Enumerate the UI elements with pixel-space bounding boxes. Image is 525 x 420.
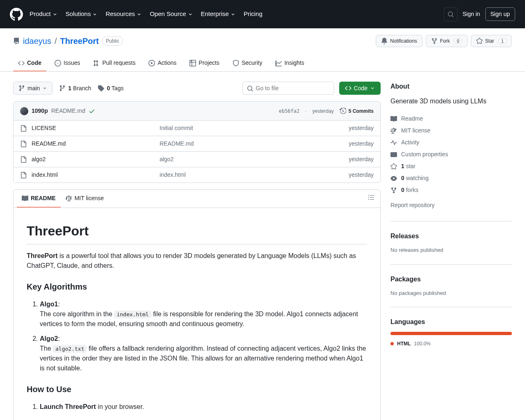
file-commit-link[interactable]: index.html <box>160 171 186 178</box>
tab-actions[interactable]: Actions <box>144 55 181 71</box>
file-icon <box>20 172 27 178</box>
file-name-link[interactable]: algo2 <box>32 155 46 164</box>
file-commit-link[interactable]: algo2 <box>160 156 173 162</box>
search-button[interactable] <box>444 7 458 21</box>
list-item: Launch ThreePort in your browser. <box>40 402 367 412</box>
file-time: yesterday <box>349 171 374 179</box>
commit-time: yesterday <box>313 107 334 115</box>
tab-issues[interactable]: Issues <box>50 55 85 71</box>
tab-projects[interactable]: Projects <box>185 55 224 71</box>
list-item: Algo2:The algo2.txt file offers a fallba… <box>40 334 367 373</box>
forks-link[interactable]: 0 forks <box>390 184 512 196</box>
fork-icon <box>431 38 438 44</box>
book-icon <box>390 116 397 122</box>
table-icon <box>189 60 196 66</box>
branches-link[interactable]: 1 Branch <box>59 84 91 93</box>
about-title: About <box>390 82 512 91</box>
sign-in-link[interactable]: Sign in <box>463 10 480 18</box>
github-logo-icon[interactable] <box>10 8 23 21</box>
fork-button[interactable]: Fork0 <box>426 35 468 47</box>
star-count: 1 <box>498 38 507 44</box>
issue-icon <box>55 60 61 66</box>
avatar[interactable] <box>20 107 28 115</box>
languages-title: Languages <box>390 317 512 327</box>
code-download-button[interactable]: Code <box>339 82 381 95</box>
shield-icon <box>233 60 239 66</box>
owner-link[interactable]: idaeyus <box>23 35 51 47</box>
tab-pull-requests[interactable]: Pull requests <box>88 55 140 71</box>
languages-section: Languages HTML100.0% <box>390 317 512 357</box>
releases-title[interactable]: Releases <box>390 231 512 241</box>
check-icon[interactable] <box>89 108 95 114</box>
readme-tab[interactable]: README <box>17 190 61 208</box>
license-link[interactable]: MIT license <box>390 125 512 137</box>
repo-name-link[interactable]: ThreePort <box>60 35 99 47</box>
notifications-button[interactable]: Notifications <box>376 35 422 47</box>
file-name-link[interactable]: index.html <box>32 171 58 179</box>
packages-title[interactable]: Packages <box>390 274 512 284</box>
sign-up-button[interactable]: Sign up <box>485 7 515 21</box>
tab-insights[interactable]: Insights <box>270 55 309 71</box>
about-description: Generate 3D models using LLMs <box>390 96 512 106</box>
file-list-box: 1090p README.md eb56fa2· yesterday 5 Com… <box>13 101 381 183</box>
readme-link[interactable]: Readme <box>390 113 512 125</box>
graph-icon <box>275 60 282 66</box>
file-time: yesterday <box>349 155 374 164</box>
language-bar[interactable] <box>390 332 512 335</box>
tags-link[interactable]: 0 Tags <box>98 84 123 93</box>
visibility-badge: Public <box>102 37 123 46</box>
repo-title: idaeyus / ThreePort Public <box>13 35 123 47</box>
nav-pricing[interactable]: Pricing <box>244 9 262 19</box>
commit-author-link[interactable]: 1090p <box>32 107 48 115</box>
license-tab[interactable]: MIT license <box>61 190 109 208</box>
readme-h3-howto: How to Use <box>27 383 367 395</box>
star-icon <box>390 163 397 170</box>
nav-solutions[interactable]: Solutions <box>66 9 98 19</box>
file-name-link[interactable]: LICENSE <box>32 124 56 132</box>
goto-file-input[interactable] <box>242 82 334 95</box>
fork-count: 0 <box>454 38 462 44</box>
file-icon <box>20 141 27 147</box>
outline-button[interactable] <box>365 192 377 206</box>
nav-product[interactable]: Product <box>30 9 57 19</box>
file-commit-link[interactable]: README.md <box>160 140 194 147</box>
search-icon <box>447 11 454 18</box>
file-row: index.htmlindex.htmlyesterday <box>14 167 380 183</box>
star-button[interactable]: Star1 <box>471 35 512 47</box>
file-commit-link[interactable]: Initial commit <box>160 125 193 131</box>
report-link[interactable]: Report repository <box>390 199 512 211</box>
branch-select-button[interactable]: main <box>13 82 52 95</box>
global-nav: Product Solutions Resources Open Source … <box>30 9 262 19</box>
repo-header: idaeyus / ThreePort Public Notifications… <box>0 28 525 72</box>
activity-link[interactable]: Activity <box>390 137 512 148</box>
branch-icon <box>18 85 25 91</box>
tab-security[interactable]: Security <box>228 55 267 71</box>
path-separator: / <box>55 35 57 47</box>
releases-section: Releases No releases published <box>390 231 512 265</box>
commit-message-link[interactable]: README.md <box>51 107 85 115</box>
readme-h1: ThreePort <box>27 221 367 244</box>
chevron-down-icon <box>92 12 97 17</box>
star-icon <box>476 38 483 44</box>
file-name-link[interactable]: README.md <box>32 139 66 148</box>
nav-enterprise[interactable]: Enterprise <box>201 9 235 19</box>
packages-empty: No packages published <box>390 289 512 297</box>
readme-content: ThreePort ThreePort is a powerful tool t… <box>14 208 380 420</box>
code-icon <box>345 85 352 91</box>
search-icon <box>247 85 253 92</box>
releases-empty: No releases published <box>390 246 512 254</box>
tab-code[interactable]: Code <box>13 55 46 71</box>
commits-link[interactable]: 5 Commits <box>340 107 374 115</box>
language-item[interactable]: HTML100.0% <box>390 340 512 347</box>
nav-resources[interactable]: Resources <box>105 9 142 19</box>
list-item: Algo1:The core algorithm in the index.ht… <box>40 299 367 329</box>
custom-properties-link[interactable]: Custom properties <box>390 148 512 160</box>
file-row: README.mdREADME.mdyesterday <box>14 136 380 152</box>
goto-file-field[interactable] <box>256 82 329 94</box>
watching-link[interactable]: 0 watching <box>390 172 512 184</box>
commit-sha-link[interactable]: eb56fa2 <box>279 107 300 115</box>
code-icon <box>18 60 25 66</box>
stars-link[interactable]: 1 star <box>390 160 512 172</box>
eye-icon <box>390 175 397 182</box>
nav-opensource[interactable]: Open Source <box>150 9 192 19</box>
